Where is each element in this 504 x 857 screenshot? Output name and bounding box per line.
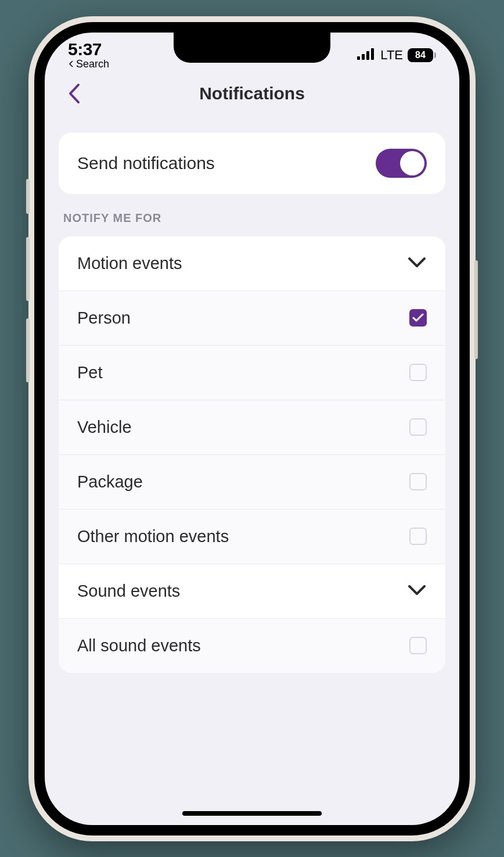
package-label: Package <box>77 472 143 492</box>
screen: 5:37 Search LTE 84 <box>45 33 459 825</box>
sound-events-header[interactable]: Sound events <box>59 564 445 619</box>
back-caret-icon <box>68 60 75 67</box>
all-sound-label: All sound events <box>77 636 201 655</box>
person-label: Person <box>77 309 131 328</box>
all-sound-row[interactable]: All sound events <box>59 619 445 673</box>
section-header: NOTIFY ME FOR <box>59 211 445 236</box>
chevron-down-icon <box>407 256 427 271</box>
sound-events-label: Sound events <box>77 582 180 601</box>
mute-switch <box>26 179 30 214</box>
power-button <box>474 260 478 359</box>
nav-header: Notifications <box>45 73 459 121</box>
other-motion-label: Other motion events <box>77 527 229 546</box>
volume-down-button <box>26 318 30 382</box>
notify-list: Motion events Person Pet <box>59 236 445 673</box>
breadcrumb-label: Search <box>76 58 109 70</box>
cellular-signal-icon <box>357 48 376 62</box>
other-motion-row[interactable]: Other motion events <box>59 510 445 564</box>
send-notifications-row: Send notifications <box>59 132 445 194</box>
pet-checkbox[interactable] <box>409 364 427 381</box>
volume-up-button <box>26 237 30 301</box>
vehicle-label: Vehicle <box>77 418 132 437</box>
status-time: 5:37 <box>68 40 102 59</box>
notch <box>174 33 330 63</box>
vehicle-row[interactable]: Vehicle <box>59 400 445 455</box>
other-motion-checkbox[interactable] <box>409 528 427 545</box>
battery-icon: 84 <box>408 48 436 62</box>
send-notifications-label: Send notifications <box>77 153 215 173</box>
svg-rect-3 <box>371 48 374 60</box>
check-icon <box>412 313 424 322</box>
pet-row[interactable]: Pet <box>59 346 445 400</box>
send-notifications-toggle[interactable] <box>376 149 427 178</box>
back-button[interactable] <box>62 82 85 105</box>
vehicle-checkbox[interactable] <box>409 418 427 436</box>
phone-frame: 5:37 Search LTE 84 <box>28 16 476 841</box>
chevron-down-icon <box>407 583 427 598</box>
breadcrumb-back[interactable]: Search <box>68 58 109 70</box>
package-checkbox[interactable] <box>409 473 427 490</box>
svg-rect-2 <box>366 51 369 60</box>
pet-label: Pet <box>77 363 103 382</box>
svg-rect-0 <box>357 56 360 60</box>
all-sound-checkbox[interactable] <box>409 637 427 654</box>
svg-rect-1 <box>362 54 365 60</box>
page-title: Notifications <box>199 84 305 103</box>
person-checkbox[interactable] <box>409 309 427 327</box>
person-row[interactable]: Person <box>59 291 445 346</box>
package-row[interactable]: Package <box>59 455 445 510</box>
chevron-left-icon <box>67 83 81 105</box>
battery-level: 84 <box>408 48 433 62</box>
motion-events-label: Motion events <box>77 254 182 273</box>
home-indicator[interactable] <box>182 811 322 816</box>
motion-events-header[interactable]: Motion events <box>59 236 445 291</box>
network-label: LTE <box>380 48 403 63</box>
